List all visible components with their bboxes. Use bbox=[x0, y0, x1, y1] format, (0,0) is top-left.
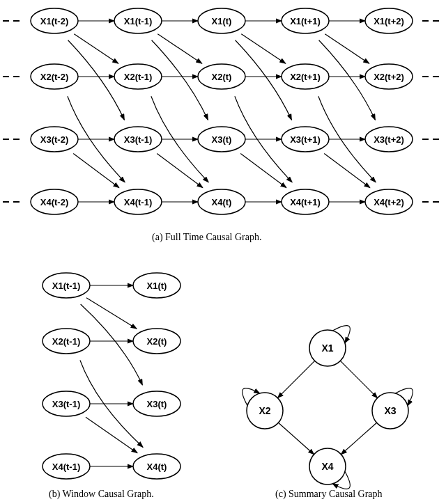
label-X4-t+1: X4(t+1) bbox=[290, 197, 321, 207]
slabel-X4: X4 bbox=[321, 461, 333, 472]
svg-line-37 bbox=[86, 417, 137, 452]
slabel-X1: X1 bbox=[321, 342, 333, 354]
label-X2-t: X2(t) bbox=[212, 72, 232, 82]
slabel-X3: X3 bbox=[384, 405, 396, 416]
svg-line-40 bbox=[278, 423, 314, 454]
label-X1-t+1: X1(t+1) bbox=[290, 16, 321, 26]
label-X4-t: X4(t) bbox=[212, 197, 232, 207]
caption-c: (c) Summary Causal Graph bbox=[275, 489, 383, 500]
svg-line-25 bbox=[240, 153, 286, 187]
svg-line-12 bbox=[74, 34, 118, 63]
label-X3-t+2: X3(t+2) bbox=[374, 134, 404, 145]
wlabel-X3-t-1: X3(t-1) bbox=[52, 399, 80, 409]
full-time-graph-svg: X1(t-2)X1(t-1)X1(t)X1(t+1)X1(t+2)X2(t-2)… bbox=[0, 0, 446, 230]
svg-line-30 bbox=[325, 34, 369, 63]
caption-b: (b) Window Causal Graph. bbox=[49, 489, 154, 500]
slabel-X2: X2 bbox=[259, 405, 270, 416]
svg-line-36 bbox=[86, 298, 137, 329]
wlabel-X2-t: X2(t) bbox=[147, 336, 167, 347]
label-X2-t-1: X2(t-1) bbox=[124, 72, 152, 82]
label-X1-t: X1(t) bbox=[212, 16, 232, 26]
svg-line-31 bbox=[324, 153, 370, 187]
svg-line-24 bbox=[241, 34, 285, 63]
summary-graph-svg: X1X2X3X4 bbox=[223, 265, 446, 494]
label-X1-t-1: X1(t-1) bbox=[124, 16, 152, 26]
label-X2-t+1: X2(t+1) bbox=[290, 72, 321, 82]
label-X1-t+2: X1(t+2) bbox=[374, 16, 404, 26]
label-X4-t+2: X4(t+2) bbox=[374, 197, 404, 207]
label-X4-t-1: X4(t-1) bbox=[124, 197, 152, 207]
label-X1-t-2: X1(t-2) bbox=[40, 16, 68, 26]
svg-line-18 bbox=[157, 34, 201, 63]
wlabel-X2-t-1: X2(t-1) bbox=[52, 336, 80, 347]
wlabel-X4-t-1: X4(t-1) bbox=[52, 462, 80, 472]
label-X3-t-1: X3(t-1) bbox=[124, 134, 152, 145]
wlabel-X1-t: X1(t) bbox=[147, 281, 167, 291]
wlabel-X1-t-1: X1(t-1) bbox=[52, 281, 80, 291]
label-X2-t+2: X2(t+2) bbox=[374, 72, 404, 82]
svg-line-13 bbox=[73, 153, 119, 187]
caption-a: (a) Full Time Causal Graph. bbox=[152, 232, 262, 243]
svg-line-39 bbox=[340, 361, 377, 397]
label-X3-t-2: X3(t-2) bbox=[40, 134, 68, 145]
wlabel-X4-t: X4(t) bbox=[147, 462, 167, 472]
window-graph-svg: X1(t-1)X1(t)X2(t-1)X2(t)X3(t-1)X3(t)X4(t… bbox=[0, 265, 230, 494]
label-X4-t-2: X4(t-2) bbox=[40, 197, 68, 207]
label-X2-t-2: X2(t-2) bbox=[40, 72, 68, 82]
label-X3-t: X3(t) bbox=[212, 134, 232, 145]
svg-line-41 bbox=[341, 423, 376, 454]
label-X3-t+1: X3(t+1) bbox=[290, 134, 321, 145]
wlabel-X3-t: X3(t) bbox=[147, 399, 167, 409]
svg-line-19 bbox=[157, 153, 203, 187]
svg-line-38 bbox=[277, 361, 314, 397]
